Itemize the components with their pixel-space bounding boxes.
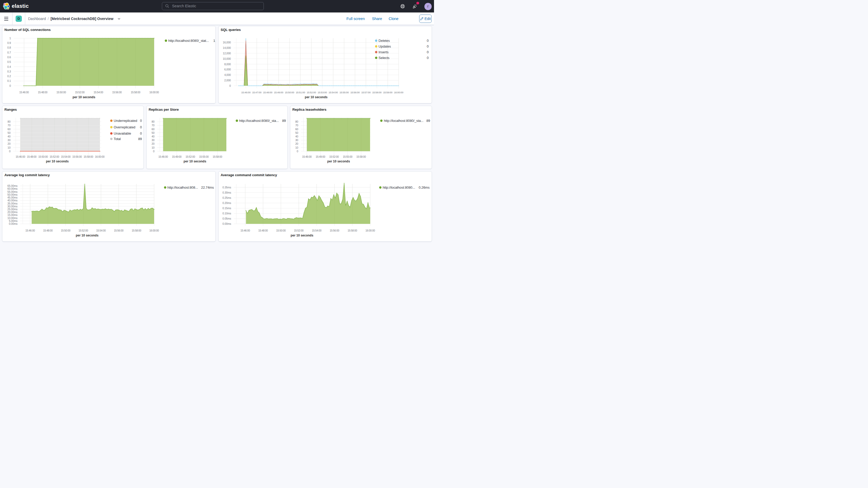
svg-text:60: 60	[152, 128, 155, 131]
svg-text:15:58:00: 15:58:00	[84, 155, 93, 158]
svg-text:per 10 seconds: per 10 seconds	[305, 95, 328, 99]
svg-text:15:59:00: 15:59:00	[383, 91, 393, 94]
svg-text:15:56:00: 15:56:00	[330, 229, 339, 232]
svg-text:per 10 seconds: per 10 seconds	[184, 159, 206, 163]
svg-text:45.00ms: 45.00ms	[7, 196, 18, 199]
svg-text:15:53:00: 15:53:00	[317, 91, 327, 94]
svg-text:15:46:00: 15:46:00	[302, 155, 312, 158]
svg-text:per 10 seconds: per 10 seconds	[290, 234, 313, 237]
svg-text:0.5: 0.5	[7, 60, 11, 63]
svg-text:15:52:00: 15:52:00	[307, 91, 316, 94]
svg-text:0.15ms: 0.15ms	[222, 207, 231, 210]
svg-text:0.35ms: 0.35ms	[222, 186, 231, 189]
svg-text:15:58:00: 15:58:00	[348, 229, 357, 232]
svg-text:0: 0	[229, 84, 231, 87]
svg-text:20.00ms: 20.00ms	[7, 211, 18, 214]
svg-text:70: 70	[7, 124, 11, 127]
svg-text:15.00ms: 15.00ms	[7, 213, 18, 216]
svg-text:6,000: 6,000	[224, 68, 231, 71]
svg-text:25.00ms: 25.00ms	[7, 208, 18, 211]
svg-text:30: 30	[152, 139, 155, 142]
svg-text:16,000: 16,000	[223, 41, 231, 44]
svg-text:0: 0	[9, 150, 11, 153]
svg-text:0: 0	[153, 150, 155, 153]
svg-text:15:58:00: 15:58:00	[132, 229, 142, 232]
svg-text:50: 50	[295, 131, 298, 134]
svg-text:55.00ms: 55.00ms	[7, 190, 18, 193]
svg-text:80: 80	[295, 120, 298, 123]
svg-text:15:57:00: 15:57:00	[361, 91, 371, 94]
svg-text:15:48:00: 15:48:00	[43, 229, 53, 232]
svg-text:10: 10	[295, 146, 298, 149]
svg-text:15:49:00: 15:49:00	[316, 155, 326, 158]
svg-text:15:52:00: 15:52:00	[329, 155, 339, 158]
svg-text:15:52:00: 15:52:00	[186, 155, 195, 158]
svg-text:10: 10	[152, 146, 155, 149]
svg-text:40: 40	[152, 135, 155, 138]
svg-text:0.7: 0.7	[7, 51, 11, 54]
svg-text:20: 20	[295, 142, 298, 145]
svg-text:15:55:00: 15:55:00	[199, 155, 209, 158]
svg-text:15:52:00: 15:52:00	[75, 91, 85, 94]
svg-text:20: 20	[152, 142, 155, 145]
svg-text:70: 70	[295, 124, 298, 127]
svg-text:16:00:00: 16:00:00	[394, 91, 404, 94]
svg-text:15:50:00: 15:50:00	[56, 91, 66, 94]
svg-text:15:50:00: 15:50:00	[285, 91, 294, 94]
svg-text:80: 80	[152, 120, 155, 123]
svg-text:60.00ms: 60.00ms	[7, 187, 18, 190]
svg-text:30.00ms: 30.00ms	[7, 205, 18, 208]
svg-text:40: 40	[295, 135, 298, 138]
svg-text:15:55:00: 15:55:00	[343, 155, 352, 158]
svg-text:0.20ms: 0.20ms	[222, 202, 231, 205]
svg-text:8,000: 8,000	[224, 63, 231, 66]
svg-text:15:49:00: 15:49:00	[172, 155, 182, 158]
svg-text:15:54:00: 15:54:00	[61, 155, 71, 158]
svg-text:15:56:00: 15:56:00	[72, 155, 82, 158]
svg-text:15:46:00: 15:46:00	[26, 229, 35, 232]
svg-text:16:00:00: 16:00:00	[95, 155, 104, 158]
svg-text:15:48:00: 15:48:00	[258, 229, 268, 232]
svg-text:40: 40	[7, 135, 11, 138]
svg-text:35.00ms: 35.00ms	[7, 202, 18, 205]
svg-text:4,000: 4,000	[224, 73, 231, 77]
svg-text:15:49:00: 15:49:00	[274, 91, 283, 94]
svg-text:5.00ms: 5.00ms	[9, 219, 18, 222]
svg-text:15:58:00: 15:58:00	[131, 91, 140, 94]
svg-text:70: 70	[152, 124, 155, 127]
svg-text:30: 30	[295, 139, 298, 142]
svg-text:15:54:00: 15:54:00	[94, 91, 103, 94]
svg-text:per 10 seconds: per 10 seconds	[327, 159, 350, 163]
svg-text:15:58:00: 15:58:00	[356, 155, 366, 158]
svg-text:60: 60	[7, 128, 11, 131]
svg-text:0.30ms: 0.30ms	[222, 191, 231, 194]
svg-text:65.00ms: 65.00ms	[7, 184, 18, 187]
svg-text:per 10 seconds: per 10 seconds	[46, 159, 69, 163]
svg-text:0.3: 0.3	[7, 70, 11, 73]
svg-text:12,000: 12,000	[223, 52, 231, 55]
svg-text:15:56:00: 15:56:00	[350, 91, 360, 94]
svg-text:0.00ms: 0.00ms	[222, 222, 231, 225]
svg-text:16:00:00: 16:00:00	[149, 229, 159, 232]
svg-text:0.00ms: 0.00ms	[9, 222, 18, 225]
svg-text:15:58:00: 15:58:00	[213, 155, 222, 158]
svg-text:10: 10	[7, 146, 11, 149]
svg-text:40.00ms: 40.00ms	[7, 199, 18, 202]
svg-text:10.00ms: 10.00ms	[7, 216, 18, 220]
svg-text:0.8: 0.8	[7, 46, 11, 49]
svg-text:0: 0	[9, 84, 11, 87]
svg-text:15:52:00: 15:52:00	[294, 229, 304, 232]
svg-text:2,000: 2,000	[224, 79, 231, 82]
svg-text:15:54:00: 15:54:00	[312, 229, 321, 232]
svg-text:60: 60	[295, 128, 298, 131]
svg-text:0.9: 0.9	[7, 41, 11, 44]
svg-text:0.1: 0.1	[7, 79, 11, 82]
svg-text:15:46:00: 15:46:00	[240, 229, 250, 232]
svg-text:15:58:00: 15:58:00	[372, 91, 382, 94]
svg-text:per 10 seconds: per 10 seconds	[76, 234, 99, 237]
svg-text:0.05ms: 0.05ms	[222, 217, 231, 220]
svg-text:50: 50	[7, 131, 11, 134]
svg-text:20: 20	[7, 142, 11, 145]
svg-text:15:47:00: 15:47:00	[252, 91, 262, 94]
svg-text:15:52:00: 15:52:00	[50, 155, 59, 158]
